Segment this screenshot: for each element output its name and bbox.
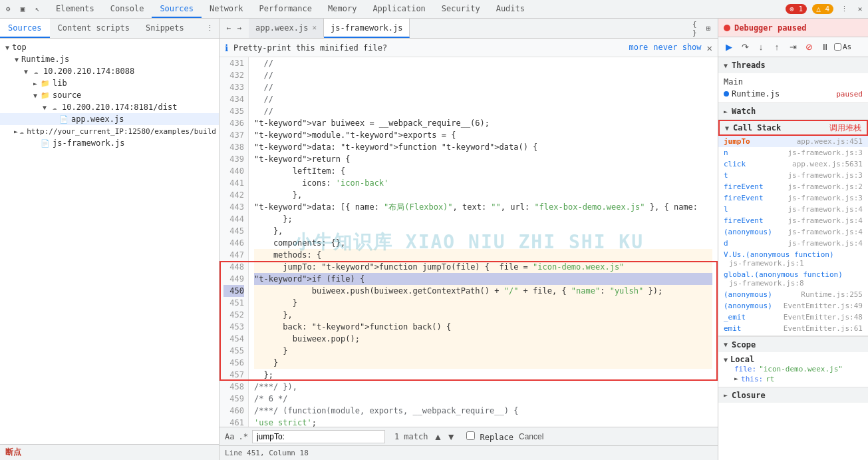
step-btn[interactable]: ⇥ (786, 41, 799, 54)
code-line: 'use strict'; (254, 417, 712, 427)
folder-icon-source: 📁 (40, 91, 51, 100)
tab-memory[interactable]: Memory (320, 0, 364, 18)
tab-security[interactable]: Security (434, 0, 488, 18)
thread-main[interactable]: Main (724, 76, 863, 88)
tree-label-appweex: app.weex.js (71, 115, 124, 124)
call-stack-item[interactable]: (anonymous)EventEmitter.js:49 (718, 300, 868, 312)
tree-label-yourip: http://your_current_IP:12580/examples/bu… (27, 127, 216, 136)
call-stack-header[interactable]: ▼ Call Stack 调用堆栈 (718, 120, 868, 136)
tree-item-ip1[interactable]: ▼ ☁ 10.200.210.174:8088 (0, 65, 219, 77)
tree-item-lib[interactable]: ► 📁 lib (0, 77, 219, 89)
sidebar-tree: ▼ top ▼ Runtime.js ▼ ☁ 10.200.210.174:80… (0, 39, 219, 444)
call-stack-item[interactable]: V.Us.(anonymous function)js-framework.js… (718, 249, 868, 269)
call-item-name: d (724, 239, 728, 248)
tab-jsframework[interactable]: js-framework.js (324, 19, 410, 38)
call-item-loc: js-framework.js:3 (788, 148, 863, 157)
tab-appweex[interactable]: app.weex.js ✕ (249, 19, 324, 38)
deactivate-btn[interactable]: ⊘ (802, 41, 815, 54)
call-stack-item[interactable]: clickapp.weex.js:5631 (718, 158, 868, 170)
code-line: back: "t-keyword">function back() { (254, 321, 712, 333)
call-stack-item[interactable]: njs-framework.js:3 (718, 147, 868, 158)
sidebar-tab-content[interactable]: Content scripts (50, 19, 138, 38)
code-editor[interactable]: 小牛知识库 XIAO NIU ZHI SHI KU 43143243343443… (219, 57, 718, 427)
go-forward-icon[interactable]: → (234, 23, 245, 34)
sidebar-tab-sources[interactable]: Sources (0, 19, 50, 38)
tree-item-yourip[interactable]: ► ☁ http://your_current_IP:12580/example… (0, 125, 219, 137)
closure-header[interactable]: ► Closure (718, 387, 868, 403)
cursor-icon[interactable]: ↖ (32, 4, 43, 15)
replace-checkbox[interactable] (466, 431, 475, 440)
call-stack-item[interactable]: _emitEventEmitter.js:48 (718, 312, 868, 323)
more-link[interactable]: more (629, 43, 648, 53)
step-into-btn[interactable]: ↓ (754, 41, 768, 54)
search-next-btn[interactable]: ▼ (445, 430, 457, 443)
tab-elements[interactable]: Elements (48, 0, 102, 18)
tab-audits[interactable]: Audits (488, 0, 533, 18)
step-over-btn[interactable]: ↷ (738, 41, 752, 54)
call-item-loc: Runtime.js:255 (801, 290, 863, 299)
panel-icon[interactable]: ⊞ (703, 23, 714, 34)
more-icon[interactable]: ⋮ (839, 4, 849, 15)
tree-item-ip2[interactable]: ▼ ☁ 10.200.210.174:8181/dist (0, 101, 219, 113)
call-item-name: fireEvent (724, 216, 764, 225)
close-icon[interactable]: ✕ (855, 4, 865, 15)
cancel-search-btn[interactable]: Cancel (519, 432, 543, 441)
local-expand[interactable]: ▼ Local (724, 355, 863, 364)
tab-console[interactable]: Console (102, 0, 152, 18)
call-stack-item[interactable]: fireEventjs-framework.js:4 (718, 215, 868, 226)
sidebar-tab-snippets[interactable]: Snippets (138, 19, 192, 38)
tab-application[interactable]: Application (364, 0, 433, 18)
call-stack-item[interactable]: tjs-framework.js:3 (718, 170, 868, 181)
tree-item-jsframework[interactable]: 📄 js-framework.js (0, 137, 219, 149)
tab-performance[interactable]: Performance (251, 0, 320, 18)
call-stack-item[interactable]: emitEventEmitter.js:61 (718, 323, 868, 334)
tree-item-top[interactable]: ▼ top (0, 41, 219, 53)
local-title: Local (730, 355, 754, 364)
thread-runtime[interactable]: Runtime.js paused (724, 88, 863, 100)
call-stack-item[interactable]: jumpToapp.weex.js:451 (718, 136, 868, 147)
sidebar-menu-icon[interactable]: ⋮ (204, 23, 215, 34)
tab-network[interactable]: Network (202, 0, 251, 18)
search-actions: Replace Cancel (466, 431, 543, 442)
cloud-icon-3: ☁ (19, 126, 25, 136)
call-stack-item[interactable]: onmessageRuntime.js:96 (718, 334, 868, 336)
sidebar-tabs: Sources Content scripts Snippets ⋮ (0, 19, 219, 39)
tree-item-runtime[interactable]: ▼ Runtime.js (0, 53, 219, 65)
go-back-icon[interactable]: ← (223, 23, 234, 34)
local-key-file: file: (734, 365, 756, 373)
async-checkbox[interactable] (834, 43, 841, 51)
step-out-btn[interactable]: ↑ (770, 41, 784, 54)
threads-arrow: ▼ (724, 62, 728, 69)
call-stack-item[interactable]: (anonymous)js-framework.js:4 (718, 226, 868, 238)
tab-appweex-close[interactable]: ✕ (312, 23, 317, 32)
status-bar: Line 451, Column 18 (219, 445, 718, 460)
search-input[interactable] (252, 430, 385, 443)
call-stack-item[interactable]: ljs-framework.js:4 (718, 204, 868, 215)
tree-item-source[interactable]: ▼ 📁 source (0, 89, 219, 101)
code-line: }, (254, 189, 712, 201)
search-prev-btn[interactable]: ▲ (432, 430, 444, 443)
tab-sources[interactable]: Sources (152, 0, 202, 18)
threads-header[interactable]: ▼ Threads (718, 57, 868, 73)
call-stack-item[interactable]: djs-framework.js:4 (718, 238, 868, 249)
code-line: "t-keyword">module."t-keyword">exports =… (254, 129, 712, 141)
debug-toolbar: ▶ ↷ ↓ ↑ ⇥ ⊘ ⏸ As (718, 37, 868, 57)
dock-icon[interactable]: ▣ (17, 4, 28, 15)
call-stack-item[interactable]: fireEventjs-framework.js:3 (718, 192, 868, 204)
never-show-link[interactable]: never show (653, 43, 701, 53)
call-stack-item[interactable]: global.(anonymous function)js-framework.… (718, 269, 868, 289)
call-item-loc: EventEmitter.js:61 (784, 324, 863, 333)
code-line: /***/ }), (254, 381, 712, 393)
call-stack-item[interactable]: fireEventjs-framework.js:2 (718, 181, 868, 192)
debugger-header: Debugger paused (718, 19, 868, 37)
tree-item-appweex[interactable]: 📄 app.weex.js (0, 113, 219, 125)
call-stack-item[interactable]: (anonymous)Runtime.js:255 (718, 289, 868, 300)
format-icon[interactable]: { } (692, 23, 703, 34)
call-item-loc: js-framework.js:1 (724, 259, 804, 268)
watch-header[interactable]: ► Watch (718, 103, 868, 119)
pause-exceptions-btn[interactable]: ⏸ (818, 41, 831, 54)
debugger-text: Debugger paused (734, 23, 806, 33)
scope-header[interactable]: ▼ Scope (718, 336, 868, 352)
pretty-close-btn[interactable]: ✕ (707, 43, 712, 53)
resume-btn[interactable]: ▶ (722, 41, 736, 54)
